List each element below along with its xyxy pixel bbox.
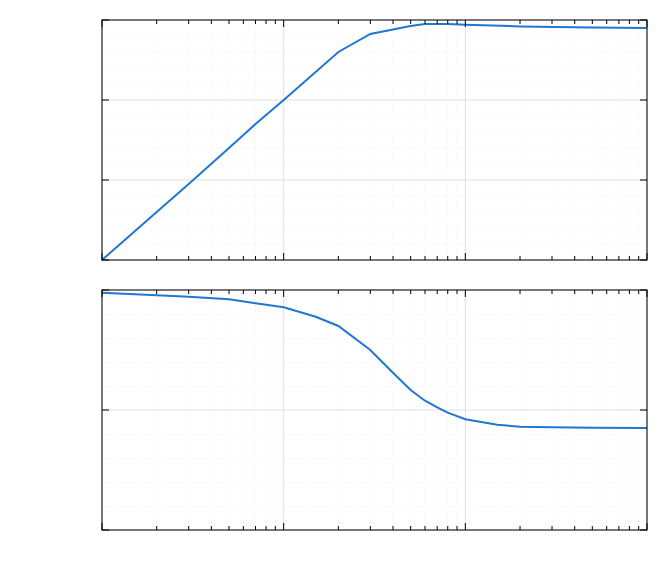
phase-plot-curve <box>102 293 647 428</box>
svg-rect-44 <box>102 20 647 260</box>
magnitude-plot-curve <box>102 24 647 260</box>
bode-plot <box>0 0 663 582</box>
phase-plot <box>102 290 647 530</box>
magnitude-plot <box>102 20 647 260</box>
